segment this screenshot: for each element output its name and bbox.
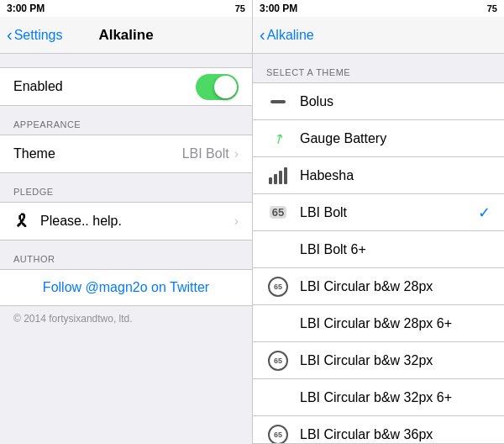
left-nav-bar: ‹ Settings Alkaline — [0, 17, 252, 54]
theme-name-label: Bolus — [300, 94, 491, 109]
theme-name-label: LBI Circular b&w 32px — [300, 353, 491, 368]
author-section: AUTHOR Follow @magn2o on Twitter © 2014 … — [0, 240, 252, 331]
enabled-section: Enabled — [0, 67, 252, 106]
alkaline-back-button[interactable]: ‹ Alkaline — [260, 25, 314, 45]
left-status-bar: 3:00 PM 75 — [0, 0, 252, 17]
copyright-text: © 2014 fortysixandtwo, ltd. — [0, 306, 252, 331]
right-back-label: Alkaline — [267, 28, 314, 43]
theme-list-item[interactable]: 65LBI Circular b&w 32px — [253, 342, 504, 379]
pledge-row[interactable]: 🎗 Please.. help. › — [0, 203, 252, 240]
theme-name-label: LBI Circular b&w 28px 6+ — [300, 316, 491, 331]
theme-list-item[interactable]: 65LBI Bolt✓ — [253, 194, 504, 231]
pledge-icon: 🎗 — [13, 212, 30, 231]
theme-icon — [266, 238, 290, 262]
enabled-toggle[interactable] — [196, 74, 239, 100]
back-chevron-right-icon: ‹ — [260, 25, 265, 45]
left-battery: 75 — [235, 3, 245, 13]
theme-icon — [266, 312, 290, 336]
theme-name-label: Gauge Battery — [300, 131, 491, 146]
theme-name-label: LBI Circular b&w 36px — [300, 427, 491, 442]
right-nav-bar: ‹ Alkaline — [253, 17, 504, 54]
theme-icon: ↗ — [266, 127, 290, 151]
theme-row[interactable]: Theme LBI Bolt › — [0, 135, 252, 172]
enabled-row: Enabled — [0, 68, 252, 105]
right-panel: 3:00 PM 75 ‹ Alkaline SELECT A THEME Bol… — [252, 0, 504, 444]
left-panel: 3:00 PM 75 ‹ Settings Alkaline Enabled A… — [0, 0, 252, 444]
pledge-section: PLEDGE 🎗 Please.. help. › — [0, 173, 252, 240]
theme-name-label: LBI Bolt 6+ — [300, 242, 491, 257]
pledge-text: Please.. help. — [40, 214, 234, 229]
theme-icon: 65 — [266, 349, 290, 373]
theme-list-item[interactable]: Habesha — [253, 157, 504, 194]
theme-icon: 65 — [266, 275, 290, 299]
theme-list-item[interactable]: ↗Gauge Battery — [253, 120, 504, 157]
theme-label: Theme — [13, 146, 182, 161]
selected-checkmark-icon: ✓ — [478, 204, 491, 222]
left-nav-title: Alkaline — [98, 27, 153, 44]
theme-list: Bolus↗Gauge BatteryHabesha65LBI Bolt✓LBI… — [253, 82, 504, 444]
theme-icon — [266, 386, 290, 410]
enabled-table: Enabled — [0, 67, 252, 106]
appearance-section: APPEARANCE Theme LBI Bolt › — [0, 106, 252, 173]
appearance-header: APPEARANCE — [0, 106, 252, 135]
appearance-table: Theme LBI Bolt › — [0, 135, 252, 173]
theme-name-label: LBI Circular b&w 32px 6+ — [300, 390, 491, 405]
theme-name-label: LBI Bolt — [300, 205, 478, 220]
theme-list-item[interactable]: 65LBI Circular b&w 28px — [253, 268, 504, 305]
theme-name-label: Habesha — [300, 168, 491, 183]
settings-back-button[interactable]: ‹ Settings — [7, 25, 62, 45]
toggle-knob — [214, 76, 237, 98]
author-table: Follow @magn2o on Twitter — [0, 269, 252, 306]
theme-list-item[interactable]: LBI Bolt 6+ — [253, 231, 504, 268]
pledge-table: 🎗 Please.. help. › — [0, 202, 252, 240]
theme-list-item[interactable]: LBI Circular b&w 28px 6+ — [253, 305, 504, 342]
theme-name-label: LBI Circular b&w 28px — [300, 279, 491, 294]
theme-list-item[interactable]: 65LBI Circular b&w 36px — [253, 416, 504, 444]
theme-chevron-icon: › — [234, 146, 239, 161]
author-header: AUTHOR — [0, 240, 252, 269]
back-label: Settings — [14, 28, 63, 43]
right-status-bar: 3:00 PM 75 — [253, 0, 504, 17]
pledge-header: PLEDGE — [0, 173, 252, 202]
theme-icon — [266, 90, 290, 114]
author-link[interactable]: Follow @magn2o on Twitter — [13, 280, 239, 295]
theme-section-header: SELECT A THEME — [253, 54, 504, 82]
theme-list-item[interactable]: Bolus — [253, 83, 504, 120]
theme-icon — [266, 164, 290, 188]
left-time: 3:00 PM — [7, 3, 45, 14]
theme-list-item[interactable]: LBI Circular b&w 32px 6+ — [253, 379, 504, 416]
theme-value: LBI Bolt — [182, 146, 229, 161]
right-battery: 75 — [487, 3, 497, 13]
right-time: 3:00 PM — [260, 3, 297, 14]
theme-icon: 65 — [266, 423, 290, 445]
enabled-label: Enabled — [13, 79, 196, 94]
pledge-chevron-icon: › — [234, 214, 239, 229]
back-chevron-icon: ‹ — [7, 25, 13, 45]
theme-icon: 65 — [266, 201, 290, 225]
